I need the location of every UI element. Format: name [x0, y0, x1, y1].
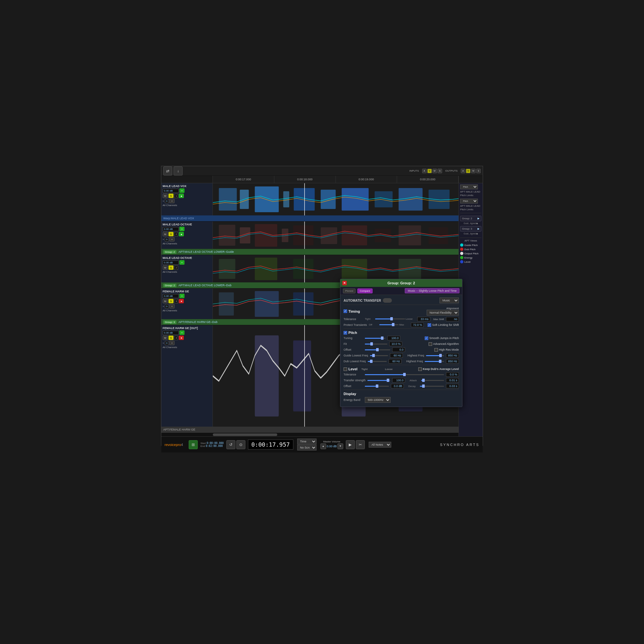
track1-pitch-select[interactable]: Pitch — [460, 185, 478, 189]
play-btn[interactable]: ▶ — [346, 440, 355, 449]
transfer-slider-track[interactable] — [367, 380, 390, 381]
high-res-checkbox[interactable] — [434, 348, 438, 352]
level-checkbox[interactable] — [344, 367, 347, 371]
track-add-btn-2[interactable]: + — [179, 227, 185, 231]
all-notes-select[interactable]: All Notes — [369, 442, 391, 448]
timing-slider[interactable] — [375, 318, 405, 319]
track-s-btn-5[interactable]: S — [168, 336, 174, 340]
output-s-btn[interactable]: S — [476, 169, 481, 173]
track-add-btn-4[interactable]: + — [179, 294, 185, 298]
preset-dropdown[interactable]: Music – Slightly Loose Pitch and Time — [405, 288, 459, 293]
volume-down-btn[interactable]: ▼ — [337, 443, 343, 449]
timing-tolerance-slider[interactable] — [375, 318, 405, 319]
output-m-btn[interactable]: M — [471, 169, 476, 173]
input-a-btn[interactable]: A — [422, 169, 427, 173]
horizontal-scrollbar[interactable] — [161, 432, 459, 436]
decay-slider[interactable] — [420, 386, 444, 387]
guide-highest-label: Highest Freq — [405, 354, 424, 357]
offset-slider[interactable] — [365, 349, 390, 350]
svg-rect-10 — [429, 190, 450, 209]
apt-output-label: Output Pitch — [464, 252, 478, 255]
input-s-btn[interactable]: S — [438, 169, 442, 173]
track-input-btn-2[interactable]: ▲ — [179, 232, 184, 236]
fit-slider-container[interactable] — [365, 344, 387, 345]
loop-btn[interactable]: ⊞ — [189, 440, 198, 449]
guide-highest-slider[interactable] — [426, 355, 444, 356]
output-v-btn[interactable]: V — [466, 169, 470, 173]
energy-band-select[interactable]: 500-1000Hz — [365, 397, 391, 403]
track2-pitch-select[interactable]: Pitch — [460, 199, 478, 204]
track-s-btn-2[interactable]: S — [168, 232, 174, 236]
level-offset-track[interactable] — [365, 386, 389, 387]
track-m-btn-2[interactable]: M — [163, 232, 168, 236]
music-select[interactable]: Music — [440, 298, 459, 303]
pinned-toggle[interactable]: Pinned — [343, 289, 355, 293]
track-add-btn-5[interactable]: + — [179, 330, 185, 335]
track-m-btn-5[interactable]: M — [163, 336, 168, 340]
level-offset-slider[interactable] — [365, 386, 389, 387]
track-m-btn-1[interactable]: M — [163, 194, 168, 198]
dub-highest-slider[interactable] — [425, 361, 444, 362]
track-controls-3: 0.00 dB + — [163, 260, 211, 265]
auto-transfer-toggle[interactable] — [383, 298, 392, 303]
prev-btn[interactable]: ↓ — [174, 166, 183, 175]
alignment-select[interactable]: Normal Flexibility — [427, 310, 459, 316]
track-s-btn-1[interactable]: S — [168, 194, 174, 198]
tuning-slider-container[interactable] — [365, 338, 385, 339]
outputs-btns: A V M S — [461, 169, 481, 173]
input-m-btn[interactable]: M — [432, 169, 437, 173]
transfer-slider[interactable] — [367, 380, 390, 381]
smooth-jumps-checkbox[interactable]: ✓ — [425, 336, 428, 340]
track-m-btn-3[interactable]: M — [163, 265, 168, 270]
attack-slider[interactable] — [421, 380, 444, 381]
track-s-btn-4[interactable]: S — [168, 299, 174, 303]
output-a-btn[interactable]: A — [461, 169, 465, 173]
track-controls-1: 0.00 dB + — [163, 188, 211, 193]
group-3-btn[interactable]: Group: 3 ▶ — [460, 226, 481, 232]
protect-slider-track[interactable] — [379, 324, 399, 325]
track-add-btn-3[interactable]: + — [179, 260, 185, 265]
tools-btn[interactable]: ✂ — [356, 440, 365, 449]
protect-slider[interactable] — [379, 324, 399, 325]
volume-up-btn[interactable]: ▲ — [320, 443, 326, 449]
track-input-btn-1[interactable]: ▲ — [179, 194, 184, 198]
compare-btn[interactable]: Compare — [357, 289, 373, 293]
fit-slider[interactable] — [365, 344, 387, 345]
apt-pitch-limits-label-2: Pitch Limits — [460, 208, 481, 211]
apt-energy: Energy — [460, 256, 481, 259]
track-plus-btn-1[interactable]: + — [169, 199, 175, 203]
smooth-jumps-label: Smooth Jumps in Pitch — [429, 336, 459, 340]
track-plus-btn-5[interactable]: + — [169, 341, 175, 345]
tuning-slider[interactable] — [365, 338, 385, 339]
timing-checkbox[interactable]: ✓ — [344, 309, 347, 313]
time-select[interactable]: Time — [297, 439, 317, 444]
scroll-select[interactable]: No Scroll — [297, 445, 317, 450]
offset-slider-container[interactable] — [365, 349, 390, 350]
group-2-play-icon: ▶ — [478, 217, 479, 220]
input-v-btn[interactable]: V — [427, 169, 432, 173]
track-s-btn-3[interactable]: S — [168, 265, 174, 270]
group-2-btn[interactable]: Group: 2 ▶ — [460, 216, 481, 221]
track-plus-btn-4[interactable]: + — [169, 304, 175, 308]
level-tolerance-slider[interactable] — [365, 374, 444, 375]
modal-title: Group: Group: 2 — [387, 281, 415, 285]
record-transport-btn[interactable]: ⊙ — [236, 440, 245, 449]
rewind-btn[interactable]: ⇄ — [163, 166, 172, 175]
track-m-btn-4[interactable]: M — [163, 299, 168, 303]
pitch-checkbox[interactable]: ✓ — [344, 331, 347, 335]
scrollbar-thumb[interactable] — [213, 433, 277, 436]
track-add-btn-1[interactable]: + — [179, 188, 185, 193]
track-plus-btn-2[interactable]: + — [169, 237, 175, 241]
dub-lowest-slider[interactable] — [368, 361, 387, 362]
advanced-alg-checkbox[interactable] — [429, 342, 432, 346]
decay-value: 0.03 s — [446, 384, 459, 388]
rewind-transport-btn[interactable]: ↺ — [226, 440, 235, 449]
track-rec-btn-4[interactable]: ● — [179, 299, 184, 303]
modal-close-btn[interactable]: ✕ — [342, 281, 347, 285]
level-slider[interactable] — [365, 374, 444, 375]
svg-rect-1 — [219, 188, 237, 211]
soft-limiting-checkbox[interactable]: ✓ — [428, 323, 431, 327]
keep-avg-checkbox[interactable] — [418, 367, 422, 371]
guide-lowest-slider[interactable] — [370, 355, 388, 356]
track-rec-btn-5[interactable]: ● — [179, 336, 184, 340]
